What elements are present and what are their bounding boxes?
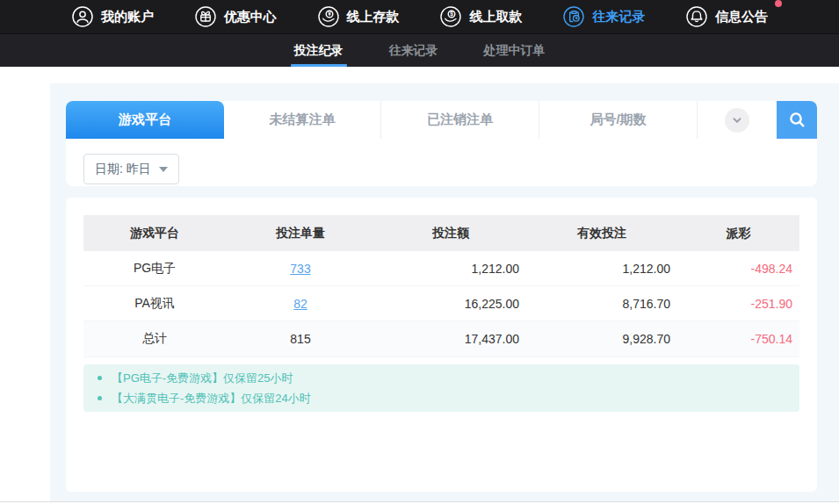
nav-announcements[interactable]: 信息公告	[685, 5, 768, 28]
chevron-circle	[725, 108, 749, 133]
cell-platform: PG电子	[83, 261, 226, 277]
cell-total-bet-amount: 17,437.00	[375, 332, 526, 346]
user-icon	[71, 5, 94, 28]
nav-transaction-records[interactable]: 往来记录	[562, 5, 645, 28]
header-bet-count: 投注单量	[226, 226, 375, 241]
cell-bet-amount: 16,225.00	[375, 297, 526, 311]
subnav-transaction-records[interactable]: 往来记录	[386, 34, 442, 67]
cell-bet-amount: 1,212.00	[375, 262, 526, 276]
nav-label: 线上取款	[469, 9, 522, 25]
notification-dot	[775, 0, 782, 7]
cell-total-count: 815	[226, 332, 375, 346]
notice-box: 【PG电子-免费游戏】仅保留25小时 【大满贯电子-免费游戏】仅保留24小时	[83, 364, 799, 412]
cell-total-label: 总计	[83, 331, 226, 347]
tab-label: 游戏平台	[119, 112, 171, 128]
cell-platform: PA视讯	[83, 296, 226, 312]
notice-item: 【大满贯电子-免费游戏】仅保留24小时	[98, 391, 785, 406]
date-filter-label: 日期: 昨日	[95, 162, 151, 177]
cell-total-payout: -750.14	[677, 332, 799, 346]
bullet-icon	[98, 376, 102, 380]
nav-promotions[interactable]: 优惠中心	[194, 5, 277, 28]
bet-count-link[interactable]: 82	[293, 297, 307, 311]
tab-dropdown-toggle[interactable]	[698, 101, 777, 139]
svg-text:¥: ¥	[328, 11, 331, 17]
subnav-label: 处理中订单	[484, 43, 546, 59]
top-nav: 我的账户 优惠中心 ¥ 线上存款 $ 线上取款	[0, 0, 839, 33]
search-icon	[788, 111, 806, 129]
gift-icon	[194, 5, 217, 28]
tab-round-number[interactable]: 局号/期数	[539, 101, 698, 139]
sub-nav: 投注纪录 往来记录 处理中订单	[0, 33, 839, 67]
date-filter-dropdown[interactable]: 日期: 昨日	[83, 154, 179, 184]
table-row: PG电子 733 1,212.00 1,212.00 -498.24	[83, 251, 799, 286]
header-bet-amount: 投注额	[375, 226, 526, 241]
header-valid-bet: 有效投注	[526, 226, 677, 241]
table-card: 游戏平台 投注单量 投注额 有效投注 派彩 PG电子 733 1,212.00 …	[66, 198, 817, 492]
content-panel: 游戏平台 未结算注单 已注销注单 局号/期数	[50, 83, 839, 501]
table-header-row: 游戏平台 投注单量 投注额 有效投注 派彩	[83, 215, 799, 251]
notice-item: 【PG电子-免费游戏】仅保留25小时	[98, 371, 785, 385]
page: 我的账户 优惠中心 ¥ 线上存款 $ 线上取款	[0, 0, 839, 504]
tab-strip: 游戏平台 未结算注单 已注销注单 局号/期数	[66, 101, 817, 139]
header-payout: 派彩	[677, 226, 799, 241]
table-total-row: 总计 815 17,437.00 9,928.70 -750.14	[83, 321, 799, 357]
cell-total-valid-bet: 9,928.70	[526, 332, 677, 346]
table-row: PA视讯 82 16,225.00 8,716.70 -251.90	[83, 286, 799, 321]
nav-label: 优惠中心	[224, 9, 277, 25]
header-platform: 游戏平台	[83, 226, 226, 241]
nav-label: 我的账户	[101, 9, 154, 25]
nav-deposit[interactable]: ¥ 线上存款	[317, 5, 400, 28]
tab-game-platform[interactable]: 游戏平台	[66, 101, 224, 139]
subnav-pending-orders[interactable]: 处理中订单	[481, 34, 549, 67]
bet-summary-table: 游戏平台 投注单量 投注额 有效投注 派彩 PG电子 733 1,212.00 …	[83, 215, 799, 357]
bullet-icon	[98, 396, 102, 400]
bet-count-link[interactable]: 733	[290, 262, 310, 276]
chevron-down-icon	[732, 115, 742, 126]
subnav-bet-records[interactable]: 投注纪录	[291, 34, 347, 67]
subnav-label: 投注纪录	[294, 43, 344, 59]
nav-withdraw[interactable]: $ 线上取款	[439, 5, 522, 28]
records-icon	[562, 5, 585, 28]
withdraw-icon: $	[439, 5, 462, 28]
tab-unsettled-bets[interactable]: 未结算注单	[224, 101, 381, 139]
notice-text: 【大满贯电子-免费游戏】仅保留24小时	[112, 391, 311, 406]
page-bottom-divider	[0, 501, 839, 502]
deposit-icon: ¥	[317, 5, 340, 28]
caret-down-icon	[159, 167, 168, 172]
search-button[interactable]	[777, 101, 817, 139]
notice-text: 【PG电子-免费游戏】仅保留25小时	[112, 371, 293, 385]
active-tab-underline	[291, 64, 347, 67]
nav-label: 往来记录	[592, 9, 645, 25]
tab-cancelled-bets[interactable]: 已注销注单	[381, 101, 539, 139]
subnav-label: 往来记录	[389, 43, 438, 59]
svg-text:$: $	[451, 11, 454, 18]
nav-label: 线上存款	[347, 9, 400, 25]
tab-label: 局号/期数	[589, 112, 646, 128]
tab-label: 已注销注单	[427, 112, 493, 128]
cell-valid-bet: 1,212.00	[526, 262, 677, 276]
bell-icon	[685, 5, 708, 28]
cell-payout: -251.90	[677, 297, 799, 311]
nav-my-account[interactable]: 我的账户	[71, 5, 154, 28]
cell-valid-bet: 8,716.70	[526, 297, 677, 311]
tab-label: 未结算注单	[270, 112, 336, 128]
nav-label: 信息公告	[715, 9, 768, 25]
cell-payout: -498.24	[677, 262, 799, 276]
